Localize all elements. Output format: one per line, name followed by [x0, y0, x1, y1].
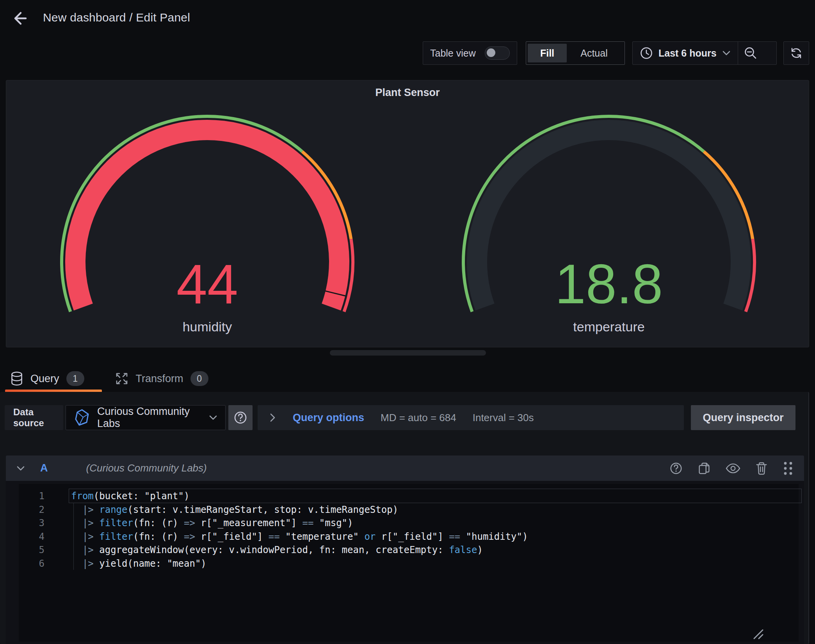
gauge-humidity: 44 humidity: [43, 110, 371, 345]
copy-icon: [697, 461, 711, 475]
zoom-out-button[interactable]: [738, 42, 763, 64]
query-section: Data source Curious Community Labs Query: [0, 392, 809, 644]
line-number: 5: [19, 543, 54, 557]
table-view-label: Table view: [430, 48, 476, 59]
zoom-out-icon: [744, 46, 758, 60]
tab-transform[interactable]: Transform 0: [105, 365, 219, 392]
duplicate-query-button[interactable]: [697, 461, 711, 475]
refresh-button[interactable]: [783, 41, 809, 65]
grafana-edit-panel: New dashboard / Edit Panel Table view Fi…: [0, 0, 815, 644]
back-button[interactable]: [11, 10, 27, 27]
refresh-icon: [789, 46, 804, 60]
query-help-button[interactable]: [669, 461, 683, 475]
toggle-visibility-button[interactable]: [725, 461, 741, 475]
panel-resize-handle[interactable]: [330, 350, 486, 356]
arrow-left-icon: [15, 13, 26, 24]
time-range-button[interactable]: Last 6 hours: [633, 42, 738, 64]
fill-actual-segmented: Fill Actual: [526, 41, 625, 65]
interval-stat: Interval = 30s: [473, 412, 534, 424]
help-circle-icon: [233, 410, 248, 425]
line-number: 3: [19, 516, 54, 530]
line-number: 1: [19, 489, 54, 503]
gauge-humidity-label: humidity: [43, 319, 371, 334]
time-picker: Last 6 hours: [632, 41, 777, 65]
query-row-card: A (Curious Community Labs): [6, 455, 804, 644]
code-line: |> yield(name: "mean"): [71, 557, 797, 571]
line-number: 4: [19, 530, 54, 544]
query-options-link[interactable]: Query options: [293, 412, 364, 424]
flux-query-editor[interactable]: 123456 from(bucket: "plant") |> range(st…: [19, 484, 799, 642]
help-circle-icon: [669, 461, 683, 475]
query-inspector-button[interactable]: Query inspector: [691, 405, 795, 430]
transform-icon: [115, 372, 129, 386]
table-view-control: Table view: [423, 41, 517, 65]
data-source-label: Data source: [5, 405, 63, 430]
tab-query[interactable]: Query 1: [0, 365, 94, 392]
code-line: |> filter(fn: (r) => r["_measurement"] =…: [71, 516, 797, 530]
clock-icon: [640, 46, 653, 60]
max-data-points-stat: MD = auto = 684: [381, 412, 456, 424]
gauge-temperature: 18.8 temperature: [445, 110, 773, 345]
chevron-right-icon[interactable]: [269, 413, 276, 423]
line-number: 6: [19, 557, 54, 571]
code-line: |> aggregateWindow(every: v.windowPeriod…: [71, 543, 797, 557]
line-number: 2: [19, 503, 54, 517]
query-datasource-hint: (Curious Community Labs): [86, 462, 207, 474]
editor-gutter: 123456: [19, 489, 54, 570]
gauge-temperature-label: temperature: [445, 319, 773, 334]
panel-title: Plant Sensor: [6, 87, 809, 99]
data-source-select[interactable]: Curious Community Labs: [66, 405, 226, 430]
datasource-icon: [74, 409, 90, 427]
collapse-chevron-icon[interactable]: [16, 465, 25, 471]
gauge-temperature-value: 18.8: [445, 255, 773, 313]
datasource-help-button[interactable]: [228, 405, 253, 430]
panel-plant-sensor: Plant Sensor 44 humidity 18.8 temperatur…: [6, 80, 809, 347]
table-view-toggle[interactable]: [485, 46, 510, 60]
query-row-header[interactable]: A (Curious Community Labs): [6, 455, 804, 481]
query-options-row: Query options MD = auto = 684 Interval =…: [258, 405, 684, 430]
chevron-down-icon: [722, 50, 731, 56]
editor-code: from(bucket: "plant") |> range(start: v.…: [71, 489, 797, 570]
tab-query-count: 1: [66, 371, 84, 386]
toggle-knob: [487, 48, 495, 57]
delete-query-button[interactable]: [755, 461, 768, 475]
data-source-value: Curious Community Labs: [97, 406, 202, 430]
code-line: |> range(start: v.timeRangeStart, stop: …: [71, 503, 797, 517]
editor-resize-handle[interactable]: [752, 628, 764, 639]
tab-query-label: Query: [30, 373, 59, 385]
grip-dots-icon: [782, 461, 794, 476]
actual-button[interactable]: Actual: [567, 44, 621, 62]
page-title: New dashboard / Edit Panel: [43, 11, 190, 24]
time-range-label: Last 6 hours: [658, 48, 717, 59]
trash-icon: [755, 461, 768, 475]
code-line: from(bucket: "plant"): [71, 489, 797, 503]
code-line: |> filter(fn: (r) => r["_field"] == "tem…: [71, 530, 797, 544]
query-row-actions: [669, 461, 794, 476]
drag-handle[interactable]: [782, 461, 794, 476]
query-ref-id[interactable]: A: [40, 462, 48, 474]
gauge-humidity-value: 44: [43, 255, 371, 313]
fill-button[interactable]: Fill: [528, 44, 567, 62]
eye-icon: [725, 461, 741, 475]
tab-transform-label: Transform: [136, 373, 183, 385]
tab-transform-count: 0: [190, 371, 208, 386]
database-icon: [10, 371, 23, 386]
tab-bar: Query 1 Transform 0: [0, 365, 815, 392]
chevron-down-icon: [209, 415, 217, 420]
